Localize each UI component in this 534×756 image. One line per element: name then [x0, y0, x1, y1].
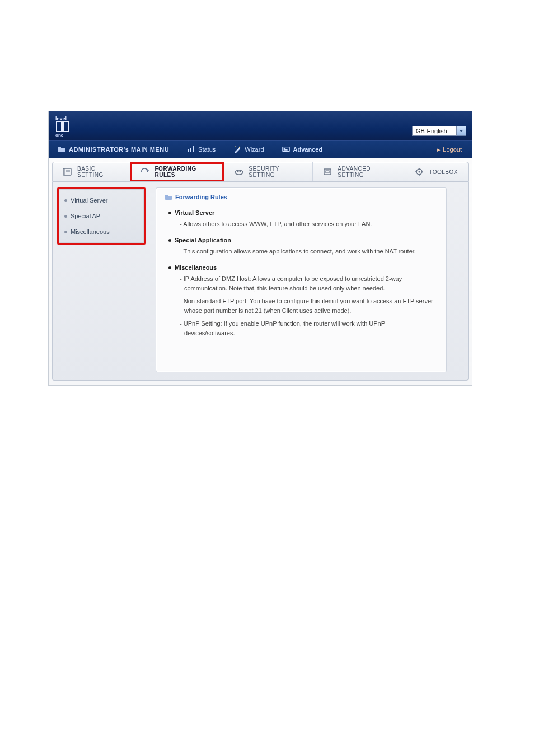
sidebar-item-special-ap[interactable]: Special AP: [59, 208, 144, 224]
language-value: GB-English: [412, 126, 457, 136]
svg-rect-19: [324, 169, 331, 175]
main-menu-bar: ADMINISTRATOR's MAIN MENU Status Wizard …: [49, 140, 472, 158]
tab-forwarding-rules[interactable]: FORWARDING RULES: [130, 162, 224, 181]
section-special-application: Special Application: [168, 237, 437, 243]
misc-upnp-desc: UPnP Setting: If you enable UPnP functio…: [180, 319, 437, 338]
svg-rect-2: [61, 121, 64, 132]
app-header: level one GB-English: [49, 111, 472, 140]
svg-point-22: [419, 171, 420, 173]
section-virtual-server: Virtual Server: [168, 209, 437, 216]
svg-point-9: [239, 147, 240, 148]
right-gutter: [457, 187, 463, 372]
svg-rect-13: [283, 149, 287, 151]
advanced-setting-icon: [323, 167, 333, 176]
menu-advanced-label: Advanced: [293, 146, 323, 153]
tab-toolbox[interactable]: TOOLBOX: [404, 162, 468, 181]
content-body: Virtual Server Special AP Miscellaneous …: [52, 182, 469, 381]
misc-dmz-desc: IP Address of DMZ Host: Allows a compute…: [180, 274, 437, 293]
language-selector[interactable]: GB-English: [412, 126, 466, 136]
svg-rect-20: [326, 171, 329, 173]
bullet-icon: [64, 215, 67, 218]
svg-point-10: [235, 146, 236, 147]
svg-rect-6: [188, 149, 189, 152]
forwarding-sidebar: Virtual Server Special AP Miscellaneous: [57, 187, 146, 245]
tab-security-setting[interactable]: SECURITY SETTING: [224, 162, 313, 181]
wizard-icon: [233, 145, 241, 153]
tab-toolbox-label: TOOLBOX: [429, 169, 458, 175]
main-menu-title: ADMINISTRATOR's MAIN MENU: [69, 146, 169, 153]
misc-ftp-desc: Non-standard FTP port: You have to confi…: [180, 297, 437, 316]
svg-rect-12: [283, 148, 285, 149]
logout-link[interactable]: ▸ Logout: [437, 146, 472, 153]
svg-rect-5: [58, 147, 61, 148]
panel-title-text: Forwarding Rules: [175, 194, 227, 200]
tab-forwarding-label: FORWARDING RULES: [155, 166, 214, 178]
advanced-icon: [282, 145, 290, 153]
svg-rect-8: [193, 146, 194, 152]
svg-rect-27: [165, 196, 172, 200]
bullet-icon: [64, 199, 67, 202]
router-admin-app: level one GB-English ADMINISTRATOR's MAI…: [48, 111, 472, 386]
settings-tabs: BASIC SETTING FORWARDING RULES SECURITY …: [52, 162, 469, 182]
tab-security-label: SECURITY SETTING: [249, 166, 302, 178]
status-icon: [187, 145, 195, 153]
virtual-server-desc: Allows others to access WWW, FTP, and ot…: [180, 219, 437, 229]
sidebar-special-ap-label: Special AP: [71, 213, 100, 219]
tab-basic-setting[interactable]: BASIC SETTING: [53, 162, 130, 181]
language-dropdown-button[interactable]: [457, 126, 466, 136]
folder-open-icon: [165, 194, 172, 200]
svg-text:level: level: [55, 116, 67, 121]
svg-rect-7: [190, 148, 191, 152]
menu-status[interactable]: Status: [178, 141, 224, 158]
section-miscellaneous: Miscellaneous: [168, 264, 437, 271]
logout-label: Logout: [443, 146, 462, 153]
notebook-icon: [63, 167, 73, 176]
toolbox-icon: [414, 167, 424, 176]
sidebar-virtual-server-label: Virtual Server: [71, 197, 107, 204]
bullet-icon: [64, 231, 67, 233]
menu-wizard[interactable]: Wizard: [224, 141, 273, 158]
menu-status-label: Status: [198, 146, 216, 153]
menu-advanced[interactable]: Advanced: [273, 141, 332, 158]
tab-advanced-setting[interactable]: ADVANCED SETTING: [313, 162, 404, 181]
forwarding-icon: [140, 167, 151, 176]
section-special-application-label: Special Application: [175, 237, 231, 243]
menu-wizard-label: Wizard: [245, 146, 264, 153]
special-application-desc: This configuration allows some applicati…: [180, 247, 437, 256]
sidebar-item-virtual-server[interactable]: Virtual Server: [59, 192, 144, 208]
tab-basic-label: BASIC SETTING: [77, 166, 120, 178]
section-miscellaneous-label: Miscellaneous: [175, 264, 217, 271]
section-virtual-server-label: Virtual Server: [175, 209, 214, 216]
svg-rect-4: [58, 148, 65, 152]
tab-advanced-setting-label: ADVANCED SETTING: [338, 166, 394, 178]
chevron-right-icon: ▸: [437, 146, 441, 153]
main-menu-label-item: ADMINISTRATOR's MAIN MENU: [49, 141, 178, 158]
svg-rect-28: [165, 195, 168, 196]
svg-text:one: one: [55, 133, 64, 137]
svg-rect-11: [282, 147, 289, 152]
brand-logo: level one: [49, 115, 81, 137]
folder-icon: [58, 145, 65, 153]
panel-title: Forwarding Rules: [165, 194, 437, 200]
sidebar-miscellaneous-label: Miscellaneous: [71, 228, 110, 235]
security-icon: [234, 167, 244, 176]
forwarding-rules-panel: Forwarding Rules Virtual Server Allows o…: [156, 187, 447, 372]
sidebar-item-miscellaneous[interactable]: Miscellaneous: [59, 224, 144, 240]
